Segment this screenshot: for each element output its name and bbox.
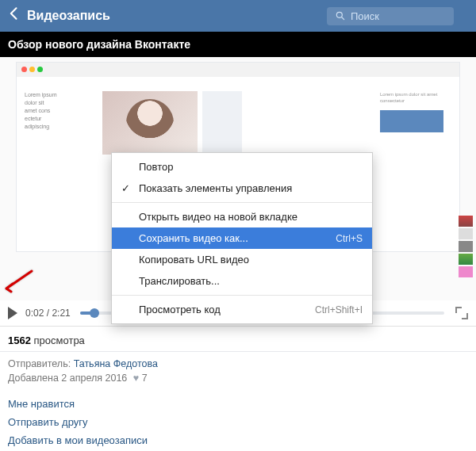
sender-link[interactable]: Татьяна Федотова [74,358,158,369]
menu-item-inspect[interactable]: Просмотреть код Ctrl+Shift+I [112,299,372,320]
views-label: просмотра [34,334,85,346]
menu-separator [112,202,372,203]
page-title: Видеозапись [27,9,110,23]
menu-item-repeat[interactable]: Повтор [112,156,372,178]
likes-count: 7 [142,373,148,384]
thumbnail-strip [459,216,473,277]
time-display: 0:02 / 2:21 [25,308,71,319]
video-stats: 1562 просмотра [0,327,476,352]
heart-icon: ♥ [133,373,139,384]
progress-thumb[interactable] [90,308,99,318]
action-send-friend[interactable]: Отправить другу [8,413,468,431]
menu-shortcut: Ctrl+S [336,233,363,244]
action-like[interactable]: Мне нравится [8,395,468,413]
context-menu: Повтор Показать элементы управления Откр… [111,152,373,324]
menu-separator [112,295,372,296]
video-player[interactable]: Lorem ipsumdolor sitamet consecteturadip… [0,57,476,327]
menu-item-open-new-tab[interactable]: Открыть видео на новой вкладке [112,206,372,227]
menu-item-save-video-as[interactable]: Сохранить видео как... Ctrl+S [112,227,372,249]
menu-item-copy-url[interactable]: Копировать URL видео [112,249,372,270]
video-title: Обзор нового дизайна Вконтакте [0,32,476,57]
search-placeholder: Поиск [351,10,379,22]
svg-point-0 [336,12,342,17]
topbar: Видеозапись Поиск [0,0,476,32]
play-button[interactable] [8,307,17,319]
menu-item-cast[interactable]: Транслировать... [112,270,372,292]
added-date: 2 апреля 2016 [61,373,127,384]
views-count: 1562 [8,334,31,346]
menu-item-show-controls[interactable]: Показать элементы управления [112,178,372,199]
menu-shortcut: Ctrl+Shift+I [315,304,363,315]
back-icon[interactable] [6,6,22,26]
search-input[interactable]: Поиск [327,7,454,25]
annotation-arrow-icon [2,269,33,296]
action-list: Мне нравится Отправить другу Добавить в … [0,393,476,451]
fullscreen-button[interactable] [455,307,468,319]
video-info: Отправитель: Татьяна Федотова Добавлена … [0,352,476,393]
action-add-to-my-videos[interactable]: Добавить в мои видеозаписи [8,431,468,449]
